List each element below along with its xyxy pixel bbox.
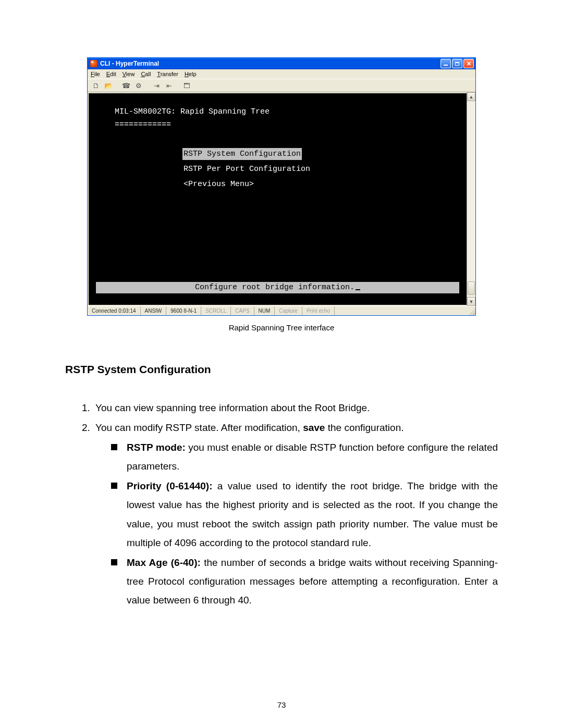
scroll-track[interactable] xyxy=(467,101,475,297)
menu-edit[interactable]: Edit xyxy=(106,71,116,77)
toolbar-receive-icon[interactable]: ⇤ xyxy=(164,80,174,91)
scroll-down-icon[interactable]: ▼ xyxy=(467,297,475,306)
hyperterminal-window: CLI - HyperTerminal ✕ File Edit View Cal… xyxy=(87,57,476,316)
toolbar: 🗋 📂 ☎ ⚙ ⇥ ⇤ 🗔 xyxy=(88,79,475,92)
status-num: NUM xyxy=(254,306,275,315)
status-scroll: SCROLL xyxy=(201,306,231,315)
toolbar-disconnect-icon[interactable]: ⚙ xyxy=(133,80,144,91)
minimize-button[interactable] xyxy=(440,59,451,68)
scroll-up-icon[interactable]: ▲ xyxy=(467,92,475,101)
status-connected: Connected 0:03:14 xyxy=(88,306,141,315)
vertical-scrollbar[interactable]: ▲ ▼ xyxy=(467,92,475,306)
toolbar-call-icon[interactable]: ☎ xyxy=(121,80,131,91)
menu-view[interactable]: View xyxy=(123,71,135,77)
list-item: 1. You can view spanning tree informatio… xyxy=(82,399,498,417)
toolbar-properties-icon[interactable]: 🗔 xyxy=(181,80,192,91)
page-number: 73 xyxy=(0,700,563,709)
titlebar: CLI - HyperTerminal ✕ xyxy=(88,58,475,69)
terminal-underline: ============ xyxy=(115,119,467,131)
figure-caption: Rapid Spanning Tree interface xyxy=(65,323,498,332)
status-caps: CAPS xyxy=(231,306,254,315)
list-item: Max Age (6-40): the number of seconds a … xyxy=(111,553,498,610)
menu-call[interactable]: Call xyxy=(141,71,151,77)
app-icon xyxy=(90,60,97,67)
cursor-icon xyxy=(356,289,360,290)
terminal-screen[interactable]: MIL-SM8002TG: Rapid Spanning Tree ======… xyxy=(89,93,467,305)
status-port-settings: 9600 8-N-1 xyxy=(166,306,201,315)
toolbar-new-icon[interactable]: 🗋 xyxy=(91,80,101,91)
menu-previous-menu[interactable]: <Previous Menu> xyxy=(182,178,255,190)
maximize-button[interactable] xyxy=(452,59,462,68)
list-item: RSTP mode: you must enable or disable RS… xyxy=(111,438,498,476)
terminal-header: MIL-SM8002TG: Rapid Spanning Tree xyxy=(115,106,467,118)
menu-transfer[interactable]: Transfer xyxy=(157,71,178,77)
menu-help[interactable]: Help xyxy=(185,71,197,77)
toolbar-open-icon[interactable]: 📂 xyxy=(103,80,114,91)
numbered-list: 1. You can view spanning tree informatio… xyxy=(65,399,498,610)
menu-rstp-system-config[interactable]: RSTP System Configuration xyxy=(182,148,302,160)
menubar: File Edit View Call Transfer Help xyxy=(88,69,475,79)
scroll-thumb[interactable] xyxy=(468,281,475,295)
status-print-echo: Print echo xyxy=(302,306,335,315)
section-heading: RSTP System Configuration xyxy=(65,363,498,376)
menu-file[interactable]: File xyxy=(91,71,100,77)
status-capture: Capture xyxy=(275,306,302,315)
status-emulation: ANSIW xyxy=(141,306,167,315)
list-item: Priority (0-61440): a value used to iden… xyxy=(111,477,498,552)
resize-grip-icon[interactable] xyxy=(467,307,475,315)
list-item: 2. You can modify RSTP state. After modi… xyxy=(82,418,498,610)
toolbar-send-icon[interactable]: ⇥ xyxy=(151,80,162,91)
window-title: CLI - HyperTerminal xyxy=(100,60,440,67)
terminal-status-line: Configure root bridge information. xyxy=(96,282,459,293)
bullet-list: RSTP mode: you must enable or disable RS… xyxy=(95,438,498,610)
close-button[interactable]: ✕ xyxy=(463,59,474,68)
statusbar: Connected 0:03:14 ANSIW 9600 8-N-1 SCROL… xyxy=(88,306,475,315)
menu-rstp-per-port-config[interactable]: RSTP Per Port Configuration xyxy=(182,163,311,175)
